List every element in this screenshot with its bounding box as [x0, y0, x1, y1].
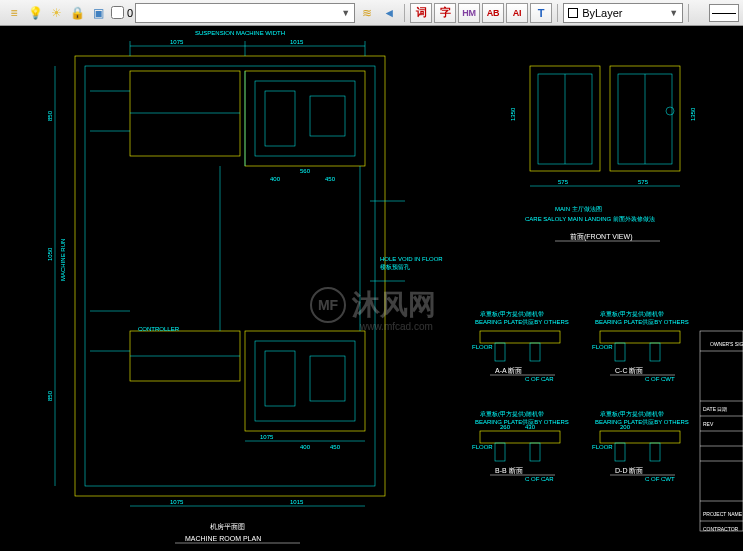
svg-text:1350: 1350 [510, 107, 516, 121]
svg-text:C OF CWT: C OF CWT [645, 476, 675, 482]
svg-text:FLOOR: FLOOR [472, 444, 493, 450]
svg-rect-75 [600, 331, 680, 343]
front-view: 575 575 1350 1350 MAIN 主厅做法图 CARE SALOLY… [510, 66, 696, 241]
svg-rect-6 [310, 96, 345, 136]
section-cc: 承重板(甲方提供)随机带 BEARING PLATE供应BY OTHERS FL… [592, 310, 689, 382]
svg-rect-84 [480, 431, 560, 443]
svg-rect-20 [255, 341, 355, 421]
ai-button[interactable]: AI [506, 3, 528, 23]
svg-text:1075: 1075 [170, 39, 184, 45]
svg-text:450: 450 [325, 176, 336, 182]
linetype-preview[interactable] [709, 4, 739, 22]
sun-icon[interactable]: ☀ [46, 3, 66, 23]
layer-number-label: 0 [127, 7, 133, 19]
svg-text:400: 400 [300, 444, 311, 450]
t-button[interactable]: T [530, 3, 552, 23]
svg-rect-96 [615, 443, 625, 461]
svg-text:1015: 1015 [290, 499, 304, 505]
zi-button[interactable]: 字 [434, 3, 456, 23]
svg-rect-97 [650, 443, 660, 461]
svg-rect-0 [75, 56, 385, 496]
svg-text:400: 400 [270, 176, 281, 182]
front-view-title: 前面(FRONT VIEW) [570, 233, 632, 241]
svg-rect-66 [480, 331, 560, 343]
ci-button[interactable]: 词 [410, 3, 432, 23]
svg-text:FLOOR: FLOOR [592, 444, 613, 450]
layer-dropdown[interactable]: ▼ [135, 3, 355, 23]
svg-text:575: 575 [638, 179, 649, 185]
svg-text:承重板(甲方提供)随机带: 承重板(甲方提供)随机带 [600, 410, 664, 417]
svg-text:C OF CAR: C OF CAR [525, 376, 554, 382]
layer-prev-icon[interactable]: ◄ [379, 3, 399, 23]
svg-rect-3 [245, 71, 365, 166]
section-aa: 承重板(甲方提供)随机带 BEARING PLATE供应BY OTHERS FL… [472, 310, 569, 382]
main-view-title: MACHINE ROOM PLAN [185, 535, 261, 542]
hm-button[interactable]: HM [458, 3, 480, 23]
svg-text:承重板(甲方提供)随机带: 承重板(甲方提供)随机带 [480, 410, 544, 417]
svg-text:BEARING PLATE供应BY OTHERS: BEARING PLATE供应BY OTHERS [595, 318, 689, 325]
svg-text:MAIN 主厅做法图: MAIN 主厅做法图 [555, 205, 602, 212]
svg-text:850: 850 [47, 390, 53, 401]
section-bb: 承重板(甲方提供)随机带 BEARING PLATE供应BY OTHERS 26… [472, 410, 569, 482]
svg-text:D-D 断面: D-D 断面 [615, 467, 643, 474]
svg-text:MACHINE RUN: MACHINE RUN [60, 239, 66, 281]
layers-icon[interactable]: ≡ [4, 3, 24, 23]
svg-rect-22 [310, 356, 345, 401]
title-block: OWNER'S SIGN DATE 日期 REV PROJECT NAME CO… [700, 331, 743, 532]
layer-visible-checkbox[interactable] [111, 6, 124, 19]
lightbulb-icon[interactable]: 💡 [25, 3, 45, 23]
svg-text:1075: 1075 [260, 434, 274, 440]
ab-button[interactable]: AB [482, 3, 504, 23]
svg-text:承重板(甲方提供)随机带: 承重板(甲方提供)随机带 [480, 310, 544, 317]
svg-text:CONTROLLER: CONTROLLER [138, 326, 180, 332]
svg-text:260: 260 [500, 424, 511, 430]
bylayer-label: ByLayer [582, 7, 622, 19]
cad-drawing-canvas[interactable]: 1075 1015 SUSPENSION MACHINE WIDTH CONTR… [0, 26, 743, 551]
chevron-down-icon: ▼ [669, 8, 678, 18]
svg-text:CARE SALOLY MAIN LANDING 前面外装修: CARE SALOLY MAIN LANDING 前面外装修做法 [525, 216, 655, 222]
svg-text:FLOOR: FLOOR [472, 344, 493, 350]
svg-text:C-C 断面: C-C 断面 [615, 367, 643, 374]
svg-text:1075: 1075 [170, 499, 184, 505]
cube-icon[interactable]: ▣ [88, 3, 108, 23]
svg-text:575: 575 [558, 179, 569, 185]
main-toolbar: ≡ 💡 ☀ 🔒 ▣ 0 ▼ ≋ ◄ 词 字 HM AB AI T ByLayer… [0, 0, 743, 26]
svg-text:450: 450 [330, 444, 341, 450]
layer-stack-icon[interactable]: ≋ [357, 3, 377, 23]
svg-rect-5 [265, 91, 295, 146]
section-dd: 承重板(甲方提供)随机带 BEARING PLATE供应BY OTHERS 20… [592, 410, 689, 482]
svg-rect-85 [495, 443, 505, 461]
svg-rect-21 [265, 351, 295, 406]
machine-room-plan-view: 1075 1015 SUSPENSION MACHINE WIDTH CONTR… [47, 30, 443, 543]
svg-text:HOLE VOID IN FLOOR: HOLE VOID IN FLOOR [380, 256, 443, 262]
svg-text:OWNER'S SIGN: OWNER'S SIGN [710, 341, 743, 347]
svg-text:A-A 断面: A-A 断面 [495, 367, 522, 374]
color-bylayer-dropdown[interactable]: ByLayer ▼ [563, 3, 683, 23]
svg-point-55 [666, 107, 674, 115]
svg-rect-67 [495, 343, 505, 361]
svg-rect-95 [600, 431, 680, 443]
svg-rect-1 [85, 66, 375, 486]
svg-text:SUSPENSION MACHINE WIDTH: SUSPENSION MACHINE WIDTH [195, 30, 285, 36]
svg-text:C OF CWT: C OF CWT [645, 376, 675, 382]
svg-text:1050: 1050 [47, 247, 53, 261]
svg-text:FLOOR: FLOOR [592, 344, 613, 350]
main-view-title-cn: 机房平面图 [210, 523, 245, 530]
svg-rect-19 [245, 331, 365, 431]
cad-svg: 1075 1015 SUSPENSION MACHINE WIDTH CONTR… [0, 26, 743, 551]
lock-icon[interactable]: 🔒 [67, 3, 87, 23]
svg-text:REV: REV [703, 421, 714, 427]
svg-text:C OF CAR: C OF CAR [525, 476, 554, 482]
svg-text:PROJECT NAME: PROJECT NAME [703, 511, 743, 517]
svg-text:BEARING PLATE供应BY OTHERS: BEARING PLATE供应BY OTHERS [475, 318, 569, 325]
svg-rect-77 [650, 343, 660, 361]
svg-rect-76 [615, 343, 625, 361]
svg-text:1015: 1015 [290, 39, 304, 45]
svg-text:1350: 1350 [690, 107, 696, 121]
svg-rect-68 [530, 343, 540, 361]
svg-text:楼板预留孔: 楼板预留孔 [380, 264, 410, 270]
svg-text:430: 430 [525, 424, 536, 430]
svg-text:560: 560 [300, 168, 311, 174]
svg-text:CONTRACTOR: CONTRACTOR [703, 526, 739, 532]
svg-rect-2 [130, 71, 240, 156]
